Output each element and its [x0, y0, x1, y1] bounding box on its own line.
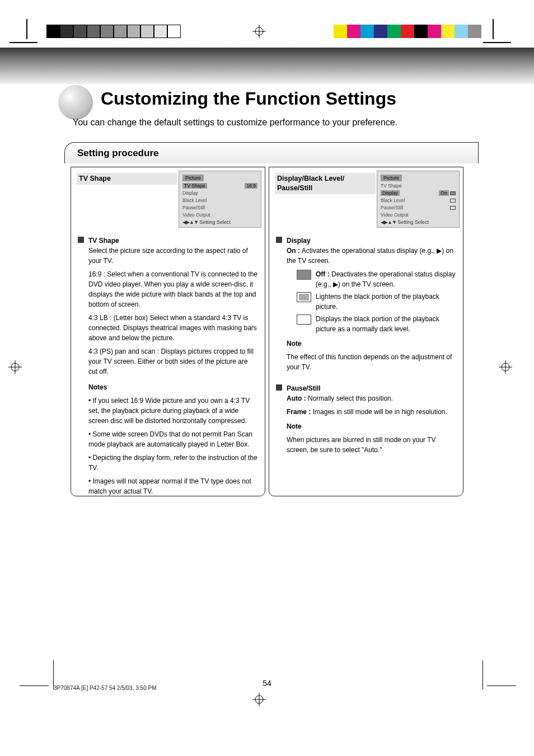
crop-mark	[26, 19, 27, 39]
tv-shape-icon	[297, 292, 311, 302]
body-text: When pictures are blurred in still mode …	[287, 435, 456, 455]
notes-heading: Note	[287, 422, 302, 430]
menu-title: Picture	[182, 175, 204, 181]
body-text: 4:3 (PS) pan and scan : Displays picture…	[88, 346, 258, 377]
panel-tv-shape: TV Shape Picture TV Shape16:9 Display Bl…	[71, 167, 265, 496]
body-text: 16:9 : Select when a conventional TV is …	[88, 269, 258, 309]
notes-heading: Notes	[88, 383, 107, 391]
body-text: • If you select 16:9 Wide picture and yo…	[88, 396, 258, 426]
menu-item: Black Level	[381, 198, 405, 203]
square-bullet-icon	[276, 384, 282, 391]
notes-heading: Note	[287, 340, 302, 348]
section-tab: Setting procedure	[64, 142, 479, 163]
opt-label: Off :	[316, 270, 330, 278]
crop-mark	[493, 19, 494, 39]
tv-shape-icon	[297, 270, 311, 280]
menu-item: Black Level	[182, 198, 207, 203]
menu-item: Pause/Still	[182, 205, 205, 210]
body-text: The effect of this function depends on t…	[287, 352, 456, 372]
page-title: Customizing the Function Settings	[101, 88, 396, 109]
menu-value: On	[439, 190, 448, 196]
body-text: • Depicting the display form, refer to t…	[88, 453, 258, 473]
body-text: • Some wide screen DVDs that do not perm…	[88, 429, 258, 449]
color-swatches	[334, 25, 481, 38]
header-gradient	[0, 48, 534, 84]
menu-value: 16:9	[245, 183, 257, 189]
footer-line: 3P70874A [E] P42-57 54 2/5/03, 3:50 PM	[54, 685, 156, 691]
page-subtitle: You can change the default settings to c…	[73, 118, 397, 128]
opt-label: Auto :	[287, 395, 306, 402]
body-text: Deactivates the operational status displ…	[316, 270, 455, 288]
square-bullet-icon	[276, 237, 282, 243]
menu-item: Video Output	[381, 212, 408, 218]
menu-item: Display	[182, 190, 198, 196]
menu-item: TV Shape	[381, 183, 402, 189]
menu-nav-hint: ◀▶▲▼ Setting Select	[182, 219, 231, 225]
select-box-icon	[450, 199, 456, 203]
menu-item: Pause/Still	[381, 205, 403, 210]
body-text: 4:3 LB : (Letter box) Select when a stan…	[88, 313, 258, 343]
registration-mark-icon	[252, 25, 266, 38]
body-text: Displays the black portion of the playba…	[316, 315, 439, 333]
opt-label: On :	[287, 247, 300, 255]
tv-shape-icon	[297, 314, 311, 325]
bullet-sphere-icon	[58, 85, 93, 120]
menu-title: Picture	[381, 175, 402, 181]
item-label: TV Shape	[88, 237, 119, 245]
opt-label: Frame :	[287, 408, 311, 416]
panel-heading: TV Shape	[77, 173, 177, 185]
grayscale-swatches	[46, 25, 181, 38]
menu-item: Display	[381, 190, 400, 196]
body-text: Images in still mode will be in high res…	[313, 408, 447, 416]
item-label: Pause/Still	[287, 384, 321, 392]
item-label: Display	[287, 237, 311, 245]
panel-display: Display/Black Level/ Pause/Still Picture…	[269, 167, 463, 496]
body-text: Activates the operational status display…	[287, 247, 453, 265]
menu-screenshot: Picture TV Shape16:9 Display Black Level…	[179, 171, 261, 228]
body-text: Normally select this position.	[308, 395, 393, 402]
menu-nav-hint: ◀▶▲▼ Setting Select	[381, 219, 429, 225]
panel-body: TV Shape Select the picture size accordi…	[78, 236, 258, 500]
body-text: Lightens the black portion of the playba…	[316, 293, 439, 311]
body-text: • Images will not appear normal if the T…	[88, 476, 258, 496]
registration-mark-icon	[252, 693, 266, 706]
registration-mark-icon	[8, 360, 22, 374]
crop-mark	[10, 42, 38, 43]
menu-item: Video Output	[182, 212, 210, 218]
select-box-icon	[450, 191, 456, 195]
crop-mark	[483, 42, 511, 43]
menu-screenshot: Picture TV Shape DisplayOn Black Level P…	[377, 171, 460, 228]
body-text: Select the picture size according to the…	[88, 246, 258, 266]
panel-heading: Display/Black Level/ Pause/Still	[275, 173, 376, 194]
menu-item: TV Shape	[182, 183, 207, 189]
panel-body: Display On : Activates the operational s…	[276, 236, 456, 458]
select-box-icon	[450, 206, 456, 210]
registration-mark-icon	[499, 360, 512, 374]
square-bullet-icon	[78, 237, 84, 243]
